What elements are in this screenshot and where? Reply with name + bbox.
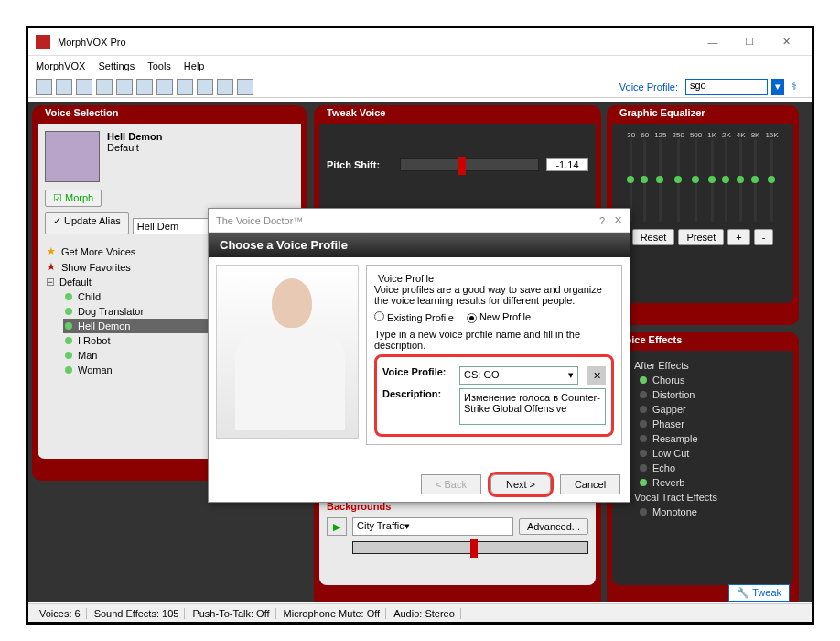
eq-band-125[interactable] [659, 139, 662, 222]
update-alias-button[interactable]: ✓ Update Alias [45, 212, 129, 234]
toolbar-icon-5[interactable] [116, 79, 133, 95]
pitch-value[interactable]: -1.14 [546, 158, 588, 171]
morph-button[interactable]: ☑ Morph [45, 190, 102, 207]
eq-reset[interactable]: Reset [632, 229, 675, 245]
current-voice-sub: Default [107, 142, 163, 153]
status-sfx: Sound Effects: 105 [89, 608, 186, 619]
eq-preset[interactable]: Preset [678, 229, 724, 245]
status-mic: Microphone Mute: Off [278, 608, 387, 619]
highlight-profile-fields: Voice Profile: CS: GO▾ ✕ Description: Из… [374, 354, 614, 437]
statusbar: Voices: 6 Sound Effects: 105 Push-To-Tal… [28, 603, 812, 622]
vp-field-input[interactable]: CS: GO▾ [459, 366, 578, 385]
dialog-back-button[interactable]: < Back [421, 474, 481, 494]
eq-band-16k[interactable] [770, 139, 773, 222]
dialog-cancel-button[interactable]: Cancel [560, 474, 620, 494]
fx-chorus[interactable]: Chorus [638, 373, 786, 387]
fx-echo[interactable]: Echo [638, 461, 786, 475]
fieldset-legend: Voice Profile [374, 273, 437, 284]
titlebar: MorphVOX Pro — ☐ ✕ [28, 28, 812, 56]
fx-gapper[interactable]: Gapper [638, 402, 786, 417]
fx-vocal-tract[interactable]: −Vocal Tract Effects [619, 490, 786, 505]
fx-after-effects[interactable]: −After Effects [619, 358, 786, 373]
menubar: MorphVOX Settings Tools Help [28, 56, 812, 76]
current-voice-name: Hell Demon [107, 131, 163, 142]
effects-tweak-button[interactable]: 🔧 Tweak [728, 584, 790, 585]
fx-monotone[interactable]: Monotone [638, 505, 786, 519]
menu-morphvox[interactable]: MorphVOX [36, 60, 85, 71]
minimize-button[interactable]: — [695, 28, 731, 56]
menu-tools[interactable]: Tools [147, 60, 171, 71]
eq-band-60[interactable] [643, 139, 646, 222]
toolbar-icon-9[interactable] [197, 79, 213, 95]
background-volume-slider[interactable] [352, 541, 588, 554]
toolbar-icon-6[interactable] [136, 79, 153, 95]
vp-field-label: Voice Profile: [382, 366, 454, 377]
status-ptt: Push-To-Talk: Off [187, 608, 275, 619]
dialog-next-button[interactable]: Next > [490, 474, 551, 494]
fx-lowcut[interactable]: Low Cut [638, 446, 786, 461]
fx-resample[interactable]: Resample [638, 431, 786, 446]
eq-band-4k[interactable] [739, 139, 742, 222]
panel-title: Graphic Equalizer [619, 107, 705, 118]
voice-profile-label: Voice Profile: [619, 81, 678, 92]
toolbar-icon-11[interactable] [237, 79, 253, 95]
eq-band-8k[interactable] [754, 139, 757, 222]
maximize-button[interactable]: ☐ [731, 28, 768, 56]
fx-reverb[interactable]: Reverb [638, 475, 786, 490]
menu-help[interactable]: Help [184, 60, 205, 71]
background-play-button[interactable]: ▶ [327, 517, 347, 536]
voice-thumbnail [45, 131, 100, 182]
pitch-slider[interactable] [400, 158, 539, 171]
radio-existing-profile[interactable]: Existing Profile [374, 311, 454, 323]
desc-field-label: Description: [382, 388, 454, 399]
close-button[interactable]: ✕ [768, 28, 804, 56]
desc-field-input[interactable]: Изменение голоса в Counter-Strike Global… [459, 388, 606, 425]
toolbar-icon-10[interactable] [217, 79, 233, 95]
dialog-heading: Choose a Voice Profile [209, 233, 630, 257]
radio-new-profile[interactable]: New Profile [467, 311, 531, 323]
voice-doctor-dialog: The Voice Doctor™ ? ✕ Choose a Voice Pro… [208, 208, 630, 503]
dialog-close-icon[interactable]: ✕ [614, 214, 622, 226]
voice-profile-dropdown-icon[interactable]: ▾ [771, 79, 784, 95]
dialog-help-icon[interactable]: ? [599, 215, 605, 226]
toolbar-icon-2[interactable] [56, 79, 72, 95]
eq-band-1k[interactable] [711, 139, 714, 222]
status-voices: Voices: 6 [34, 608, 87, 619]
voice-profile-wand-icon[interactable]: ⚕ [792, 81, 804, 92]
panel-equalizer: Graphic Equalizer 30 60 125 250 500 1K 2… [607, 105, 799, 325]
background-advanced-button[interactable]: Advanced... [519, 518, 588, 535]
background-combo[interactable]: City Traffic▾ [352, 517, 513, 536]
voice-profile-combo[interactable]: sgo [685, 79, 768, 95]
dialog-type-hint: Type in a new voice profile name and fil… [374, 329, 614, 351]
app-icon [36, 35, 50, 49]
fx-distortion[interactable]: Distortion [638, 387, 786, 402]
dialog-title: The Voice Doctor™ [216, 215, 303, 226]
window-title: MorphVOX Pro [58, 37, 695, 48]
eq-grid: 30 60 125 250 500 1K 2K 4K 8K 16K [619, 131, 786, 222]
eq-plus[interactable]: + [727, 229, 749, 245]
panel-voice-effects: Voice Effects −After Effects Chorus Dist… [607, 332, 799, 602]
eq-band-2k[interactable] [725, 139, 727, 222]
status-audio: Audio: Stereo [388, 608, 461, 619]
toolbar-icon-4[interactable] [96, 79, 113, 95]
toolbar-icon-7[interactable] [156, 79, 173, 95]
dialog-intro-text: Voice profiles are a good way to save an… [374, 284, 614, 306]
fx-phaser[interactable]: Phaser [638, 417, 786, 431]
toolbar-icon-3[interactable] [76, 79, 92, 95]
panel-title: Tweak Voice [327, 107, 385, 118]
menu-settings[interactable]: Settings [98, 60, 135, 71]
eq-band-250[interactable] [677, 139, 680, 222]
toolbar: Voice Profile: sgo ▾ ⚕ [28, 76, 812, 98]
pitch-label: Pitch Shift: [327, 159, 393, 170]
toolbar-icon-8[interactable] [177, 79, 193, 95]
vp-delete-button[interactable]: ✕ [587, 366, 606, 385]
panel-title: Voice Selection [45, 107, 119, 118]
toolbar-icon-1[interactable] [36, 79, 52, 95]
eq-minus[interactable]: - [754, 229, 774, 245]
eq-band-500[interactable] [695, 139, 697, 222]
dialog-doctor-image [216, 265, 359, 439]
